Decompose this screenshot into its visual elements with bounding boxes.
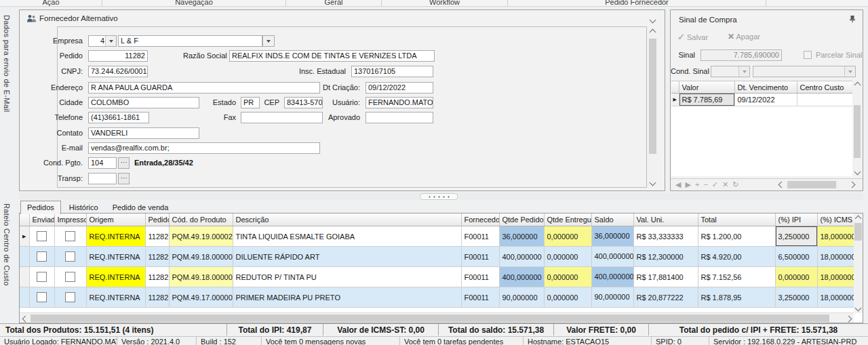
scroll-down-icon[interactable] bbox=[856, 306, 861, 310]
cell-qtde-entregue[interactable]: 0,000000 bbox=[544, 226, 591, 247]
cell-total[interactable]: R$ 7.152,56 bbox=[698, 267, 775, 287]
cell-origem[interactable]: REQ.INTERNA bbox=[86, 247, 145, 267]
cell-saldo[interactable]: 36,000000 bbox=[591, 226, 633, 247]
cell-qtde-pedido[interactable]: 36,000000 bbox=[499, 226, 544, 247]
tab-pedidos[interactable]: Pedidos bbox=[20, 201, 61, 214]
insc-estadual-field[interactable]: 1370167105 bbox=[351, 66, 433, 77]
cell-saldo[interactable]: 90,000000 bbox=[591, 287, 633, 308]
usuario-field[interactable]: FERNANDO.MATOS bbox=[366, 97, 433, 108]
empresa-dropdown-button[interactable] bbox=[262, 35, 275, 47]
chevron-down-icon[interactable] bbox=[105, 36, 116, 46]
cell-qtde-pedido[interactable]: 90,000000 bbox=[499, 287, 544, 308]
cell-val-uni[interactable]: R$ 33,333333 bbox=[633, 226, 698, 247]
scroll-left-icon[interactable] bbox=[23, 317, 28, 321]
cell-codigo[interactable]: PQM.49.18.000003 bbox=[169, 267, 233, 287]
cell-qtde-pedido[interactable]: 400,000000 bbox=[499, 247, 544, 267]
enviado-checkbox[interactable] bbox=[37, 251, 47, 262]
order-row[interactable]: REQ.INTERNA 11282 PQM.49.17.000001 PRIME… bbox=[20, 287, 858, 308]
salvar-button[interactable]: ✓ Salvar bbox=[677, 32, 708, 42]
cidade-field[interactable]: COLOMBO bbox=[88, 97, 199, 108]
refresh-icon[interactable]: ↻ bbox=[732, 180, 743, 188]
scroll-right-icon[interactable] bbox=[846, 317, 851, 321]
cell-saldo[interactable]: 400,000000 bbox=[591, 267, 633, 287]
collapse-panel-icon[interactable] bbox=[650, 16, 655, 24]
col-header-enviado[interactable]: Enviado bbox=[29, 214, 54, 226]
impresso-checkbox[interactable] bbox=[65, 251, 75, 262]
scroll-up-icon[interactable] bbox=[650, 30, 655, 35]
cell-ipi[interactable]: 6,500000 bbox=[775, 247, 817, 267]
cell-descricao[interactable]: DILUENTE RÁPIDO ART bbox=[233, 247, 461, 267]
cell-ipi[interactable]: 3,250000 bbox=[775, 226, 817, 247]
cell-val-uni[interactable]: R$ 17,881400 bbox=[633, 267, 698, 287]
col-header-qtde-entregue[interactable]: Qtde Entregue bbox=[544, 214, 591, 226]
cell-qtde-pedido[interactable]: 400,000000 bbox=[499, 267, 544, 287]
scroll-down-icon[interactable] bbox=[855, 169, 860, 174]
cell-pedido[interactable]: 11282 bbox=[145, 287, 169, 308]
cell-fornecedor[interactable]: F00011 bbox=[461, 287, 499, 308]
col-header-dt-vencimento[interactable]: Dt. Vencimento bbox=[734, 81, 797, 94]
enviado-checkbox[interactable] bbox=[37, 292, 47, 302]
cell-total[interactable]: R$ 4.920,00 bbox=[698, 247, 775, 267]
col-header-centro-custo[interactable]: Centro Custo bbox=[797, 81, 852, 94]
col-header-val-uni[interactable]: Val. Uni. bbox=[633, 214, 698, 226]
splitter-grip[interactable] bbox=[420, 193, 458, 200]
transp-field[interactable] bbox=[88, 173, 117, 184]
impresso-checkbox[interactable] bbox=[65, 272, 75, 282]
parcelar-sinal-checkbox[interactable] bbox=[804, 51, 812, 59]
cell-origem[interactable]: REQ.INTERNA bbox=[86, 267, 145, 287]
contato-field[interactable]: VANDERLI bbox=[88, 127, 199, 139]
first-record-icon[interactable]: ◀ bbox=[675, 180, 685, 188]
cell-descricao[interactable]: PRIMER MADEIRA PU PRETO bbox=[233, 287, 461, 308]
cell-qtde-entregue[interactable]: 0,000000 bbox=[544, 287, 591, 308]
endereco-field[interactable]: R ANA PAULA GUARDA bbox=[88, 82, 320, 94]
cell-codigo[interactable]: PQM.49.18.000004 bbox=[169, 247, 233, 267]
cell-total[interactable]: R$ 1.200,00 bbox=[698, 226, 775, 247]
cnpj-field[interactable]: 73.244.626/0001-17 bbox=[88, 66, 148, 77]
estado-field[interactable]: PR bbox=[241, 97, 260, 108]
scroll-up-icon[interactable] bbox=[856, 216, 861, 221]
col-header-codigo[interactable]: Cód. do Produto bbox=[169, 214, 233, 226]
cell-centro-custo[interactable] bbox=[797, 94, 852, 106]
scrollbar-thumb[interactable] bbox=[649, 39, 656, 154]
cell-saldo[interactable]: 400,000000 bbox=[591, 247, 633, 267]
chevron-down-icon[interactable] bbox=[263, 36, 274, 46]
empresa-code-combo[interactable]: 4 bbox=[88, 35, 117, 47]
enviado-checkbox[interactable] bbox=[37, 272, 47, 282]
dt-criacao-field[interactable]: 09/12/2022 bbox=[366, 82, 433, 94]
cell-pedido[interactable]: 11282 bbox=[145, 247, 169, 267]
cell-fornecedor[interactable]: F00011 bbox=[461, 267, 499, 287]
cell-total[interactable]: R$ 1.878,95 bbox=[698, 287, 775, 308]
cell-val-uni[interactable]: R$ 20,877222 bbox=[633, 287, 698, 308]
next-record-icon[interactable]: ▶ bbox=[685, 180, 694, 188]
fax-field[interactable] bbox=[241, 112, 323, 123]
horizontal-splitter[interactable] bbox=[19, 192, 863, 200]
cell-descricao[interactable]: REDUTOR P/ TINTA PU bbox=[233, 267, 461, 287]
sinal-grid-row[interactable]: ▶ R$ 7.785,69 09/12/2022 bbox=[671, 94, 852, 106]
cancel-edit-icon[interactable]: ✕ bbox=[722, 180, 732, 188]
scrollbar-thumb[interactable] bbox=[854, 105, 861, 158]
col-header-total[interactable]: Total bbox=[698, 214, 775, 226]
scrollbar-thumb[interactable] bbox=[787, 181, 836, 188]
cell-icms[interactable]: 18,000000 bbox=[817, 247, 858, 267]
cell-descricao[interactable]: TINTA LIQUIDA ESMALTE GOIABA bbox=[233, 226, 461, 247]
delete-record-icon[interactable]: − bbox=[703, 180, 711, 188]
transp-lookup-button[interactable]: ··· bbox=[118, 173, 130, 184]
cell-ipi[interactable]: 3,250000 bbox=[775, 287, 817, 308]
cell-ipi[interactable]: 0,000000 bbox=[775, 267, 817, 287]
sinal-grid-vscrollbar[interactable] bbox=[852, 81, 862, 176]
col-header-qtde-pedido[interactable]: Qtde Pedido bbox=[499, 214, 544, 226]
order-row[interactable]: REQ.INTERNA 11282 PQM.49.18.000004 DILUE… bbox=[20, 247, 858, 267]
cell-dt-vencimento[interactable]: 09/12/2022 bbox=[734, 94, 797, 106]
scroll-right-icon[interactable] bbox=[850, 182, 854, 187]
cond-pgto-field[interactable]: 104 bbox=[88, 157, 117, 169]
col-header-ipi[interactable]: (%) IPI bbox=[775, 214, 817, 226]
col-header-saldo[interactable]: Saldo bbox=[591, 214, 633, 226]
col-header-pedido[interactable]: Pedido bbox=[145, 214, 169, 226]
dock-tab-rateio-centro-custo[interactable]: Rateio Centro de Custo bbox=[3, 203, 11, 286]
col-header-origem[interactable]: Origem bbox=[86, 214, 145, 226]
cell-icms[interactable]: 18,000000 bbox=[817, 226, 858, 247]
cell-qtde-entregue[interactable]: 0,000000 bbox=[544, 267, 591, 287]
enviado-checkbox[interactable] bbox=[37, 231, 47, 241]
cell-valor[interactable]: R$ 7.785,69 bbox=[679, 94, 734, 106]
orders-grid-vscrollbar[interactable] bbox=[854, 214, 863, 313]
